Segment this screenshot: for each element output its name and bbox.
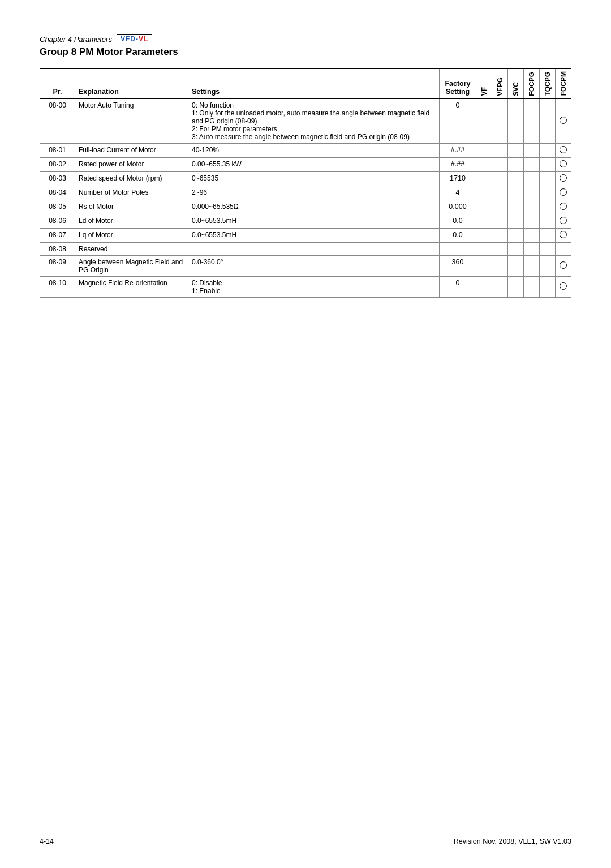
cell-settings (188, 243, 440, 256)
focpm-circle-icon (560, 217, 567, 224)
cell-vf (476, 214, 492, 229)
cell-focpg (524, 158, 540, 172)
cell-vf (476, 256, 492, 277)
cell-pr: 08-10 (40, 277, 75, 298)
cell-focpm (556, 98, 571, 144)
cell-svc (508, 214, 524, 229)
cell-focpg (524, 144, 540, 158)
cell-tqcpg (540, 186, 556, 200)
cell-vfpg (492, 229, 508, 243)
page: Chapter 4 Parameters VFD-VL Group 8 PM M… (0, 0, 611, 868)
focpm-circle-icon (560, 261, 567, 269)
cell-settings: 2~96 (188, 186, 440, 200)
cell-focpg (524, 98, 540, 144)
cell-pr: 08-07 (40, 229, 75, 243)
cell-vf (476, 229, 492, 243)
cell-pr: 08-09 (40, 256, 75, 277)
cell-focpm (556, 256, 571, 277)
cell-focpm (556, 144, 571, 158)
cell-explanation: Magnetic Field Re-orientation (75, 277, 188, 298)
header-pr: Pr. (40, 68, 75, 98)
table-row: 08-01Full-load Current of Motor40-120%#.… (40, 144, 571, 158)
cell-tqcpg (540, 158, 556, 172)
cell-factory-setting: 0.0 (440, 214, 476, 229)
cell-pr: 08-04 (40, 186, 75, 200)
cell-tqcpg (540, 256, 556, 277)
cell-focpg (524, 200, 540, 214)
cell-pr: 08-08 (40, 243, 75, 256)
cell-focpm (556, 214, 571, 229)
revision-text: Revision Nov. 2008, VLE1, SW V1.03 (454, 837, 571, 845)
focpm-circle-icon (560, 231, 567, 238)
table-row: 08-05Rs of Motor0.000~65.535Ω0.000 (40, 200, 571, 214)
header-focpm: FOCPM (556, 68, 571, 98)
focpm-circle-icon (560, 188, 567, 196)
cell-svc (508, 158, 524, 172)
focpm-circle-icon (560, 160, 567, 167)
cell-settings: 0.0~6553.5mH (188, 214, 440, 229)
cell-factory-setting: 4 (440, 186, 476, 200)
cell-explanation: Full-load Current of Motor (75, 144, 188, 158)
page-number: 4-14 (40, 837, 54, 845)
cell-explanation: Rated speed of Motor (rpm) (75, 172, 188, 186)
group-title: Group 8 PM Motor Parameters (40, 46, 571, 58)
cell-explanation: Angle between Magnetic Field and PG Orig… (75, 256, 188, 277)
cell-tqcpg (540, 172, 556, 186)
cell-explanation: Motor Auto Tuning (75, 98, 188, 144)
cell-vf (476, 277, 492, 298)
cell-tqcpg (540, 214, 556, 229)
cell-settings: 0.0-360.0° (188, 256, 440, 277)
header-explanation: Explanation (75, 68, 188, 98)
cell-settings: 0: Disable 1: Enable (188, 277, 440, 298)
focpm-circle-icon (560, 174, 567, 182)
focpm-circle-icon (560, 203, 567, 210)
cell-explanation: Reserved (75, 243, 188, 256)
cell-factory-setting (440, 243, 476, 256)
cell-svc (508, 200, 524, 214)
cell-svc (508, 229, 524, 243)
cell-factory-setting: #.## (440, 158, 476, 172)
cell-focpg (524, 277, 540, 298)
cell-factory-setting: 360 (440, 256, 476, 277)
cell-explanation: Number of Motor Poles (75, 186, 188, 200)
cell-settings: 0.000~65.535Ω (188, 200, 440, 214)
cell-tqcpg (540, 229, 556, 243)
cell-pr: 08-06 (40, 214, 75, 229)
cell-vfpg (492, 158, 508, 172)
cell-vf (476, 186, 492, 200)
cell-vfpg (492, 277, 508, 298)
cell-vf (476, 98, 492, 144)
cell-tqcpg (540, 144, 556, 158)
chapter-label: Chapter 4 Parameters (40, 35, 112, 44)
cell-svc (508, 172, 524, 186)
cell-focpm (556, 200, 571, 214)
cell-vfpg (492, 144, 508, 158)
cell-explanation: Lq of Motor (75, 229, 188, 243)
cell-vf (476, 243, 492, 256)
cell-vf (476, 158, 492, 172)
brand-logo: VFD-VL (117, 34, 152, 44)
cell-pr: 08-03 (40, 172, 75, 186)
cell-vfpg (492, 200, 508, 214)
table-row: 08-03Rated speed of Motor (rpm)0~6553517… (40, 172, 571, 186)
cell-vfpg (492, 98, 508, 144)
cell-tqcpg (540, 277, 556, 298)
focpm-circle-icon (560, 117, 567, 124)
cell-svc (508, 98, 524, 144)
table-row: 08-00Motor Auto Tuning0: No function 1: … (40, 98, 571, 144)
cell-tqcpg (540, 243, 556, 256)
cell-vfpg (492, 172, 508, 186)
header-vf: VF (476, 68, 492, 98)
cell-tqcpg (540, 98, 556, 144)
cell-settings: 0.00~655.35 kW (188, 158, 440, 172)
cell-factory-setting: 1710 (440, 172, 476, 186)
table-row: 08-08Reserved (40, 243, 571, 256)
cell-pr: 08-00 (40, 98, 75, 144)
cell-vf (476, 144, 492, 158)
cell-svc (508, 277, 524, 298)
cell-focpg (524, 243, 540, 256)
focpm-circle-icon (560, 146, 567, 153)
cell-factory-setting: 0 (440, 98, 476, 144)
header-vfpg: VFPG (492, 68, 508, 98)
cell-focpm (556, 243, 571, 256)
